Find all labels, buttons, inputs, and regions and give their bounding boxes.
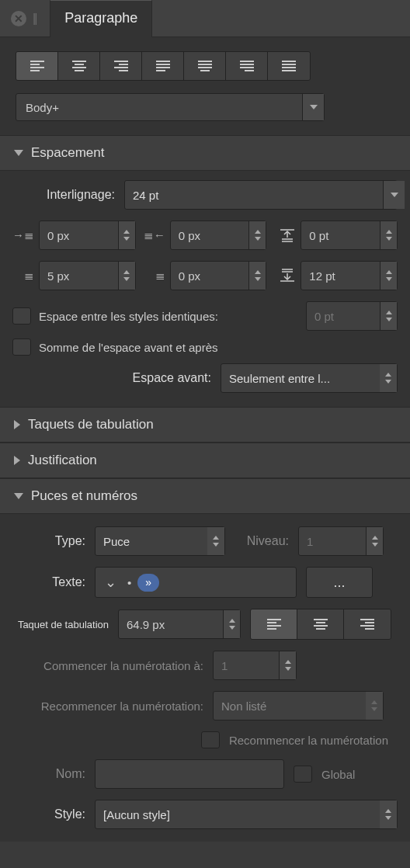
drag-handle-icon[interactable]: || xyxy=(33,12,36,26)
list-style-value: [Aucun style] xyxy=(103,808,170,821)
spinner-icon xyxy=(279,651,296,679)
spinner-icon[interactable] xyxy=(223,610,240,638)
space-after-value: 12 pt xyxy=(309,269,335,283)
first-line-input[interactable]: 5 px xyxy=(39,261,136,290)
indent-right-value: 0 px xyxy=(179,229,200,242)
same-style-space-label: Espace entre les styles identiques: xyxy=(39,310,298,323)
list-style-select[interactable]: [Aucun style] xyxy=(95,800,398,829)
align-left-button[interactable] xyxy=(16,52,58,80)
bullet-text-dot: • xyxy=(127,576,131,589)
bullet-type-select[interactable]: Puce xyxy=(95,526,225,556)
list-style-label: Style: xyxy=(12,807,85,821)
spinner-icon[interactable] xyxy=(118,262,135,290)
justify-right-button[interactable] xyxy=(226,52,268,80)
updown-icon xyxy=(380,364,397,392)
align-center-button[interactable] xyxy=(58,52,100,80)
sum-space-label: Somme de l'espace avant et après xyxy=(39,341,218,354)
last-line-value: 0 px xyxy=(179,269,200,283)
paragraph-style-select[interactable]: Body+ xyxy=(16,93,325,121)
paragraph-style-value: Body+ xyxy=(26,101,59,114)
space-before-mode-value: Seulement entre l... xyxy=(229,372,330,385)
bullet-text-input[interactable]: ⌄ • » xyxy=(95,567,297,598)
disclosure-down-icon xyxy=(14,150,23,156)
section-bullets-title: Puces et numéros xyxy=(31,488,137,504)
bullet-align-center-button[interactable] xyxy=(297,609,344,639)
justify-full-button[interactable] xyxy=(268,52,310,80)
bullet-level-value: 1 xyxy=(307,535,313,548)
spinner-icon[interactable] xyxy=(248,262,266,290)
align-right-button[interactable] xyxy=(100,52,142,80)
close-icon[interactable]: ✕ xyxy=(11,11,26,26)
space-after-input[interactable]: 12 pt xyxy=(301,261,398,290)
first-line-icon: ≣ xyxy=(12,269,34,283)
bullet-align-left-button[interactable] xyxy=(251,609,297,639)
spinner-icon xyxy=(366,527,383,555)
justify-left-button[interactable] xyxy=(142,52,184,80)
paragraph-panel: Body+ xyxy=(0,37,410,135)
bullet-text-more-button[interactable]: ... xyxy=(306,567,373,598)
disclosure-down-icon xyxy=(14,493,23,499)
updown-icon xyxy=(380,800,397,828)
bullet-tab-input[interactable]: 64.9 px xyxy=(118,609,241,639)
section-bullets-header[interactable]: Puces et numéros xyxy=(0,478,410,514)
restart-select: Non listé xyxy=(213,691,384,720)
sum-space-checkbox[interactable] xyxy=(12,339,31,356)
space-after-icon xyxy=(274,269,296,283)
indent-right-icon: ≣← xyxy=(144,228,165,242)
leading-select[interactable]: 24 pt xyxy=(124,180,398,210)
global-checkbox xyxy=(294,766,312,783)
spinner-icon[interactable] xyxy=(118,221,135,249)
space-before-mode-select[interactable]: Seulement entre l... xyxy=(221,363,398,393)
indent-left-input[interactable]: 0 px xyxy=(39,220,136,250)
global-label: Global xyxy=(321,768,355,781)
bullet-align-group xyxy=(250,609,391,640)
bullet-type-label: Type: xyxy=(12,534,85,548)
same-style-space-input: 0 pt xyxy=(306,301,398,331)
chevron-down-icon xyxy=(310,105,318,109)
section-tabstops-title: Taquets de tabulation xyxy=(28,417,154,432)
section-justification-title: Justification xyxy=(28,453,97,468)
updown-icon xyxy=(366,692,383,720)
bullet-tab-value: 64.9 px xyxy=(127,618,165,631)
space-before-mode-label: Espace avant: xyxy=(12,371,211,385)
indent-left-icon: →≣ xyxy=(12,228,34,242)
bullet-type-value: Puce xyxy=(103,535,130,548)
section-espacement-content: Interlignage: 24 pt →≣ 0 px ≣← 0 px xyxy=(0,171,410,407)
start-at-input: 1 xyxy=(213,651,297,680)
leading-label: Interlignage: xyxy=(12,188,115,202)
spinner-icon[interactable] xyxy=(380,262,397,290)
start-at-label: Commencer la numérotation à: xyxy=(12,659,203,672)
section-espacement-title: Espacement xyxy=(31,145,105,161)
spinner-icon[interactable] xyxy=(248,221,266,249)
bullet-align-right-button[interactable] xyxy=(344,609,391,639)
space-before-icon xyxy=(274,228,296,242)
bullet-level-label: Niveau: xyxy=(235,534,289,548)
updown-icon xyxy=(207,527,224,555)
name-label: Nom: xyxy=(12,767,85,781)
bullet-level-input: 1 xyxy=(298,526,384,556)
same-style-space-value: 0 pt xyxy=(314,310,334,323)
section-espacement-header[interactable]: Espacement xyxy=(0,135,410,171)
text-align-group xyxy=(16,51,311,81)
last-line-input[interactable]: 0 px xyxy=(170,261,267,290)
bullet-text-label: Texte: xyxy=(12,575,85,589)
restart-numbering-checkbox xyxy=(201,731,220,748)
first-line-value: 5 px xyxy=(47,269,69,283)
bullet-text-chevron: ⌄ xyxy=(100,574,121,591)
indent-right-input[interactable]: 0 px xyxy=(170,220,267,250)
same-style-space-checkbox[interactable] xyxy=(12,307,31,325)
section-tabstops-header[interactable]: Taquets de tabulation xyxy=(0,407,410,443)
chevron-down-icon xyxy=(391,193,398,197)
space-before-value: 0 pt xyxy=(309,229,328,242)
name-input xyxy=(95,759,284,789)
justify-center-button[interactable] xyxy=(184,52,226,80)
start-at-value: 1 xyxy=(221,659,228,672)
spinner-icon[interactable] xyxy=(380,221,397,249)
space-before-input[interactable]: 0 pt xyxy=(301,220,398,250)
section-bullets-content: Type: Puce Niveau: 1 Texte: ⌄ • » ... Ta… xyxy=(0,514,410,842)
section-justification-header[interactable]: Justification xyxy=(0,443,410,478)
tab-bar: ✕ || Paragraphe xyxy=(0,0,410,37)
restart-numbering-label: Recommencer la numérotation xyxy=(229,734,388,747)
leading-value: 24 pt xyxy=(133,189,158,202)
tab-paragraph[interactable]: Paragraphe xyxy=(50,0,152,37)
